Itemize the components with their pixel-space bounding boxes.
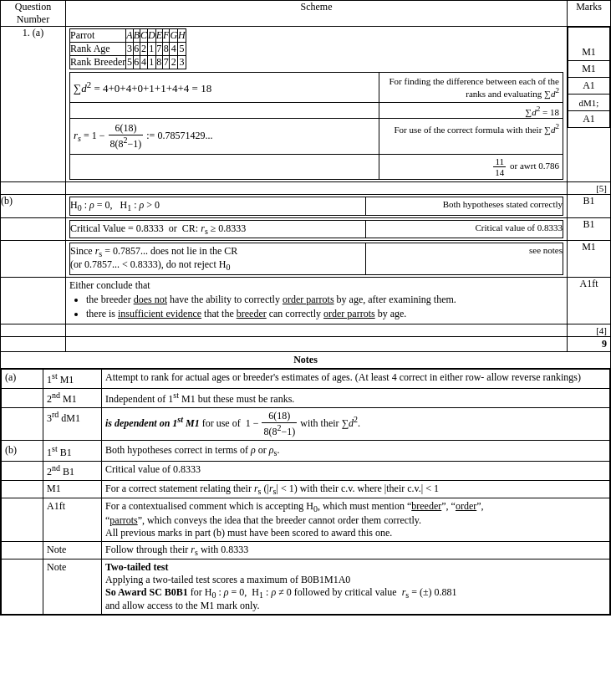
- parrot-col-e: E: [155, 29, 162, 43]
- notes-inner-table: (a) 1st M1 Attempt to rank for actual ag…: [1, 369, 610, 616]
- formula1-cell: ∑d2 = 4+0+4+0+1+1+4+4 = 18: [70, 73, 379, 103]
- note-3dm1-label: 3rd dM1: [43, 407, 102, 440]
- note-note2-label: Note: [43, 559, 102, 615]
- total-b-scheme: [66, 324, 568, 336]
- note-b-1b1-text: Both hypotheses correct in terms of ρ or…: [102, 440, 610, 461]
- scheme-header: Scheme: [66, 1, 568, 27]
- parrot-col-h: H: [178, 29, 186, 43]
- note-a-1m1-label: 1st M1: [43, 369, 102, 388]
- rank-breeder-b: 6: [133, 56, 140, 69]
- rank-breeder-row: Rank Breeder 5 6 4 1 8 7 2 3: [70, 56, 186, 69]
- parrot-col-f: F: [163, 29, 170, 43]
- note-2b1-label: 2nd B1: [43, 461, 102, 480]
- grand-total-qn: [1, 336, 66, 351]
- cv-inner: Critical Value = 0.8333 or CR: rs ≥ 0.83…: [69, 220, 563, 238]
- note-2m1-row: 2nd M1 Independent of 1st M1 but these m…: [2, 388, 610, 407]
- marks-a1-2-row: A1: [568, 111, 610, 128]
- rank-breeder-h: 3: [178, 56, 186, 69]
- note-a-1m1-row: (a) 1st M1 Attempt to rank for actual ag…: [2, 369, 610, 388]
- part-b-h0-scheme: H0 : ρ = 0, H1 : ρ > 0 Both hypotheses s…: [66, 195, 568, 217]
- parrot-col-g: G: [170, 29, 178, 43]
- cv-mark: B1: [568, 217, 611, 240]
- rank-breeder-f: 7: [163, 56, 170, 69]
- note-note1-part: [2, 541, 43, 559]
- result-note: 11 14 or awrt 0.786: [379, 155, 563, 180]
- part-a-scheme: Parrot A B C D E F G H Rank Age 3 6 2 1 …: [66, 27, 568, 182]
- total-a-scheme: [66, 182, 568, 195]
- note-a-1m1-text: Attempt to rank for actual ages or breed…: [102, 369, 610, 388]
- marks-header: Marks: [568, 1, 611, 27]
- note-a1ft-text: For a contextualised comment which is ac…: [102, 498, 610, 541]
- note-2b1-part: [2, 461, 43, 480]
- since-qn: [1, 241, 66, 278]
- note-2b1-row: 2nd B1 Critical value of 0.8333: [2, 461, 610, 480]
- marks-m1-1-cell: M1: [568, 28, 610, 61]
- part-a-marks: M1 M1 A1 dM1; A1: [568, 27, 611, 182]
- bullet1: the breeder does not have the ability to…: [86, 294, 563, 306]
- parrot-col-c: C: [140, 29, 148, 43]
- total-a-qn: [1, 182, 66, 195]
- parrot-table: Parrot A B C D E F G H Rank Age 3 6 2 1 …: [69, 28, 186, 69]
- conclude-bullets: the breeder does not have the ability to…: [69, 294, 563, 320]
- note-2b1-text: Critical value of 0.8333: [102, 461, 610, 480]
- cv-qn: [1, 217, 66, 240]
- note-a-part: (a): [2, 369, 43, 388]
- note-b-1b1-row: (b) 1st B1 Both hypotheses correct in te…: [2, 440, 610, 461]
- part-b-inner: H0 : ρ = 0, H1 : ρ > 0 Both hypotheses s…: [69, 197, 563, 215]
- conclude-scheme: Either conclude that the breeder does no…: [66, 277, 568, 324]
- rank-age-b: 6: [133, 43, 140, 56]
- since-text: Since rs = 0.7857... does not lie in the…: [70, 243, 366, 275]
- formula1-note: For finding the difference between each …: [379, 73, 563, 103]
- note-3dm1-part: [2, 407, 43, 440]
- rank-breeder-e: 8: [155, 56, 162, 69]
- conclude-mark: A1ft: [568, 277, 611, 324]
- since-row: Since rs = 0.7857... does not lie in the…: [1, 241, 611, 278]
- formula1-text: ∑d2 = 4+0+4+0+1+1+4+4 = 18: [74, 82, 211, 95]
- note-a1ft-part: [2, 498, 43, 541]
- note-m1-text: For a correct statement relating their r…: [102, 480, 610, 498]
- grand-total-scheme: [66, 336, 568, 351]
- since-text-row: Since rs = 0.7857... does not lie in the…: [70, 243, 563, 275]
- note-2m1-text: Independent of 1st M1 but these must be …: [102, 388, 610, 407]
- rs-formula-cell: rs = 1 − 6(18) 8(82−1) := 0.78571429...: [70, 119, 379, 155]
- since-scheme: Since rs = 0.7857... does not lie in the…: [66, 241, 568, 278]
- note-2m1-part: [2, 388, 43, 407]
- total-b-marks: [4]: [568, 324, 611, 336]
- rank-age-e: 7: [155, 43, 162, 56]
- since-mark: M1: [568, 241, 611, 278]
- formula1-row: ∑d2 = 4+0+4+0+1+1+4+4 = 18 For finding t…: [70, 73, 563, 103]
- conclude-qn: [1, 277, 66, 324]
- part-a-row: 1. (a) Parrot A B C D E F G H Rank Age 3: [1, 27, 611, 182]
- note-b-1b1-label: 1st B1: [43, 440, 102, 461]
- rank-age-label: Rank Age: [70, 43, 126, 56]
- header-row: QuestionNumber Scheme Marks: [1, 1, 611, 27]
- marks-a1-2-cell: A1: [568, 111, 610, 128]
- part-a-marks-table: M1 M1 A1 dM1; A1: [568, 27, 610, 128]
- note-a1ft-label: A1ft: [43, 498, 102, 541]
- marks-dm1-row: dM1;: [568, 95, 610, 111]
- note-2m1-label: 2nd M1: [43, 388, 102, 407]
- parrot-col-b: B: [133, 29, 140, 43]
- rank-breeder-label: Rank Breeder: [70, 56, 126, 69]
- critical-value-row: Critical Value = 0.8333 or CR: rs ≥ 0.83…: [1, 217, 611, 240]
- parrot-header-row: Parrot A B C D E F G H: [70, 29, 186, 43]
- formula2-row: ∑d2 = 18: [70, 102, 563, 119]
- result-row: 11 14 or awrt 0.786: [70, 155, 563, 180]
- h0-row: H0 : ρ = 0, H1 : ρ > 0 Both hypotheses s…: [70, 197, 563, 215]
- marks-a1-cell: A1: [568, 78, 610, 95]
- h0-text: H0 : ρ = 0, H1 : ρ > 0: [70, 197, 366, 215]
- rank-breeder-c: 4: [140, 56, 148, 69]
- h0-note: Both hypotheses stated correctly: [366, 197, 563, 215]
- part-b-h0-row: (b) H0 : ρ = 0, H1 : ρ > 0 Both hypothes…: [1, 195, 611, 217]
- marks-a1-row: A1: [568, 78, 610, 95]
- note-a1ft-row: A1ft For a contextualised comment which …: [2, 498, 610, 541]
- note-m1-label: M1: [43, 480, 102, 498]
- grand-total-marks: 9: [568, 336, 611, 351]
- marks-m1-2-row: M1: [568, 61, 610, 78]
- note-note2-part: [2, 559, 43, 615]
- notes-content-cell: (a) 1st M1 Attempt to rank for actual ag…: [1, 368, 611, 616]
- formula2-cell: [70, 102, 379, 119]
- conclude-intro: Either conclude that: [69, 279, 150, 291]
- marks-m1-1-row: M1: [568, 28, 610, 61]
- rank-age-d: 1: [148, 43, 156, 56]
